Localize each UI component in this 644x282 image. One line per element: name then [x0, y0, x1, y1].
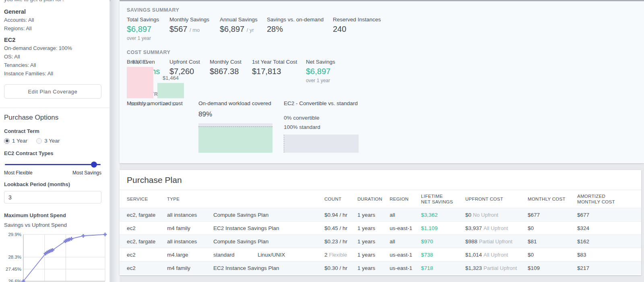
column-header: DURATION	[357, 196, 390, 202]
region-cell: us-east-1	[390, 252, 421, 258]
duration-cell: 1 years	[357, 252, 390, 258]
upfront-cost-cell: $988Partial Upfront	[465, 238, 528, 245]
after-bar	[157, 83, 184, 98]
purchase-options-title: Purchase Options	[4, 114, 101, 122]
slider-track[interactable]	[5, 164, 101, 165]
count-cell: $0.30 / hr	[324, 265, 357, 271]
count-cell: $0.94 / hr	[324, 212, 357, 218]
savings-vs-upfront-line-chart: 29.9%28.3%27.45%26.6%0$4500$9000$17320$	[2, 230, 109, 282]
upfront-note: All Upfront	[483, 252, 508, 258]
metric-label: Upfront Cost	[169, 59, 210, 65]
radio-unselected-icon[interactable]	[36, 138, 42, 144]
column-header: COUNT	[324, 196, 357, 202]
plan-summary-card: SAVINGS SUMMARY Total Savings$6,897over …	[120, 1, 644, 163]
workload-covered-track	[198, 123, 272, 153]
metric-value: $567 / mo	[169, 25, 220, 34]
plan-cell: Compute Savings Plan	[213, 212, 324, 218]
monthly-cost-cell: $81	[528, 238, 577, 245]
plan-name: EC2 Instance Savings Plan	[213, 225, 279, 231]
standard-pct-label: 100% standard	[284, 124, 320, 130]
table-row: ec2m4.largestandardLinux/UNIX2Flexible1 …	[120, 248, 641, 261]
filter-regions: Regions: All	[4, 25, 101, 32]
edit-plan-coverage-button[interactable]: Edit Plan Coverage	[4, 84, 101, 99]
service-cell: ec2	[127, 225, 167, 231]
service-cell: ec2	[127, 265, 167, 271]
column-header: REGION	[390, 196, 421, 202]
slider-handle[interactable]	[91, 162, 97, 168]
after-label: AFTER	[157, 102, 184, 106]
monthly-cost-cell: $109	[528, 265, 577, 271]
region-cell: all	[390, 238, 421, 245]
filter-instance-families: Instance Families: All	[4, 70, 101, 77]
monthly-amortized-cost-chart: Monthly amortized cost $2,031 $1,464 BEF…	[127, 100, 191, 106]
convertible-pct-label: 0% convertible	[284, 115, 320, 121]
savings-summary-metrics: Total Savings$6,897over 1 yearMonthly Sa…	[127, 17, 637, 41]
duration-cell: 1 years	[357, 212, 390, 218]
region-cell: us-east-1	[390, 265, 421, 271]
radio-3-year[interactable]: 3 Year	[36, 138, 60, 144]
service-cell: ec2, fargate	[127, 238, 167, 245]
column-header: AMORTIZED MONTHLY COST	[577, 193, 634, 205]
service-cell: ec2	[127, 252, 167, 258]
amortized-cost-cell: $217	[577, 265, 634, 271]
radio-1-year[interactable]: 1 Year	[4, 138, 27, 144]
table-row: ec2, fargateall instancesCompute Savings…	[120, 234, 641, 248]
radio-selected-icon[interactable]	[4, 138, 10, 144]
summary-metric: Monthly Cost$867.38	[210, 59, 252, 83]
svg-text:29.9%: 29.9%	[8, 232, 21, 237]
cost-summary-block: COST SUMMARY Break Even9 monthsUpfront C…	[127, 50, 637, 83]
lookback-period-input[interactable]	[4, 191, 101, 203]
before-bar-value: $2,031	[127, 59, 153, 65]
duration-cell: 1 years	[357, 225, 390, 231]
metric-label: 1st Year Total Cost	[252, 59, 306, 65]
metric-label: Reserved Instances	[333, 17, 381, 23]
workload-covered-value: 89%	[198, 110, 212, 118]
table-row: ec2, fargateall instancesCompute Savings…	[120, 208, 641, 221]
svg-text:27.45%: 27.45%	[6, 267, 21, 272]
type-cell: m4 family	[167, 265, 213, 271]
spend-chart-title: Savings vs Upfront Spend	[4, 222, 101, 228]
type-cell: m4 family	[167, 225, 213, 231]
summary-metric: Net Savings$6,897over 1 year	[306, 59, 335, 83]
filter-accounts: Accounts: All	[4, 17, 101, 23]
upfront-note: No Upfront	[473, 212, 498, 218]
cost-summary-metrics: Break Even9 monthsUpfront Cost$7,260Mont…	[127, 59, 637, 83]
lookback-period-label: Lookback Period (months)	[4, 181, 101, 187]
table-row: ec2m4 familyEC2 Instance Savings Plan$0.…	[120, 221, 641, 234]
before-bar-group: $2,031	[127, 67, 153, 98]
table-row: ec2m4 familyEC2 Instance Savings Plan$0.…	[120, 261, 641, 274]
metric-label: Total Savings	[127, 17, 169, 23]
metric-label: Monthly Cost	[210, 59, 252, 65]
lifetime-savings-cell: $970	[421, 238, 465, 245]
upfront-cost-cell: $1,014All Upfront	[465, 252, 528, 258]
contract-types-label: EC2 Contract Types	[4, 150, 101, 156]
filter-tenancies: Tenancies: All	[4, 62, 101, 68]
amortized-cost-cell: $83	[577, 252, 634, 258]
upfront-note: Partial Upfront	[483, 265, 517, 271]
convertible-vs-standard-title: EC2 - Convertible vs. standard	[284, 100, 359, 106]
column-header: LIFETIME NET SAVINGS	[421, 193, 465, 205]
type-cell: all instances	[167, 238, 213, 245]
plan-cell: EC2 Instance Savings Plan	[213, 265, 324, 271]
metric-subtext: over 1 year	[127, 35, 169, 41]
upfront-note: Partial Upfront	[479, 238, 512, 245]
svg-text:26.6%: 26.6%	[8, 279, 21, 282]
plan-cell: Compute Savings Plan	[213, 238, 324, 245]
svg-text:28.3%: 28.3%	[8, 255, 21, 259]
summary-metric: Savings vs. on-demand28%	[267, 17, 333, 41]
metric-label: Annual Savings	[220, 17, 267, 23]
slider-min-label: Most Flexible	[4, 170, 33, 176]
plan-metrics-title: PLAN METRICS	[127, 91, 637, 97]
upfront-cost-cell: $3,937All Upfront	[465, 225, 528, 231]
column-header: SERVICE	[127, 196, 167, 202]
column-header: MONTHLY COST	[528, 196, 577, 202]
count-cell: $0.23 / hr	[324, 238, 357, 245]
plan-name: Compute Savings Plan	[213, 238, 268, 245]
column-header: TYPE	[167, 196, 213, 202]
metric-value: $6,897	[127, 25, 169, 34]
metric-value: $6,897	[306, 67, 335, 76]
workload-covered-title: On-demand workload covered	[198, 100, 272, 106]
upfront-cost-cell: $0No Upfront	[465, 212, 528, 218]
workload-covered-fill	[198, 126, 272, 153]
summary-metric: Annual Savings$6,897 / yr	[220, 17, 267, 41]
